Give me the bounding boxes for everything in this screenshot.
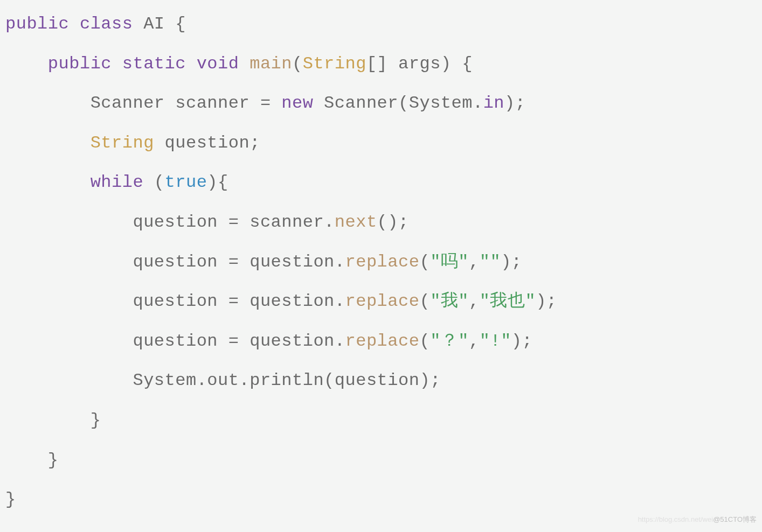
comma: , xyxy=(469,252,480,272)
code-line-10: System.out.println(question); xyxy=(5,361,757,401)
text: ); xyxy=(501,252,522,272)
code-line-2: public static void main(String[] args) { xyxy=(5,44,757,84)
indent xyxy=(5,54,48,74)
keyword-public: public xyxy=(48,54,112,74)
text: ); xyxy=(511,331,532,351)
type-string: String xyxy=(91,133,154,153)
text: Scanner scanner = xyxy=(91,93,282,113)
string-literal: "？" xyxy=(430,331,469,351)
code-line-5: while (true){ xyxy=(5,163,757,202)
text: question; xyxy=(154,133,260,153)
indent xyxy=(5,133,91,153)
indent xyxy=(5,291,133,311)
brace: } xyxy=(5,489,16,509)
brace: } xyxy=(91,410,101,430)
indent xyxy=(5,93,91,113)
text: question = question. xyxy=(133,291,345,311)
code-line-7: question = question.replace("吗",""); xyxy=(5,242,757,282)
code-line-8: question = question.replace("我","我也"); xyxy=(5,282,757,321)
indent xyxy=(5,252,133,272)
method-main: main xyxy=(250,54,292,74)
string-literal: "!" xyxy=(480,331,511,351)
text: question = question. xyxy=(133,252,345,272)
string-literal: "我" xyxy=(430,291,469,311)
keyword-public: public xyxy=(5,14,69,34)
method-replace: replace xyxy=(345,331,420,351)
field-in: in xyxy=(483,93,504,113)
literal-true: true xyxy=(165,172,207,192)
code-line-6: question = scanner.next(); xyxy=(5,202,757,242)
paren: ( xyxy=(419,331,430,351)
string-literal: "吗" xyxy=(430,252,469,272)
method-replace: replace xyxy=(345,291,420,311)
method-replace: replace xyxy=(345,252,420,272)
paren: ( xyxy=(143,172,164,192)
indent xyxy=(5,370,133,390)
code-line-9: question = question.replace("？","!"); xyxy=(5,321,757,361)
keyword-class: class xyxy=(80,14,133,34)
keyword-while: while xyxy=(91,172,144,192)
text: question = question. xyxy=(133,331,345,351)
string-literal: "" xyxy=(480,252,501,272)
code-line-4: String question; xyxy=(5,123,757,163)
type-string: String xyxy=(303,54,366,74)
brace: } xyxy=(48,450,59,470)
watermark-dark: @51CTO博客 xyxy=(713,515,757,523)
keyword-void: void xyxy=(197,54,239,74)
paren: ( xyxy=(419,291,430,311)
classname: AI xyxy=(143,14,164,34)
code-line-1: public class AI { xyxy=(5,4,757,44)
indent xyxy=(5,450,48,470)
comma: , xyxy=(469,291,480,311)
text: question = scanner. xyxy=(133,212,334,232)
indent xyxy=(5,331,133,351)
code-line-3: Scanner scanner = new Scanner(System.in)… xyxy=(5,83,757,123)
paren: ( xyxy=(292,54,303,74)
text: Scanner(System. xyxy=(313,93,483,113)
text: ){ xyxy=(207,172,228,192)
string-literal: "我也" xyxy=(480,291,536,311)
code-line-11: } xyxy=(5,401,757,440)
indent xyxy=(5,212,133,232)
watermark: https://blog.csdn.net/wei@51CTO博客 xyxy=(638,512,757,528)
code-block: public class AI { public static void mai… xyxy=(5,4,757,520)
text: ); xyxy=(504,93,525,113)
watermark-light: https://blog.csdn.net/wei xyxy=(638,515,713,523)
args: [] args) { xyxy=(366,54,473,74)
paren: ( xyxy=(419,252,430,272)
text: System.out.println(question); xyxy=(133,370,440,390)
text: ); xyxy=(536,291,557,311)
indent xyxy=(5,172,91,192)
comma: , xyxy=(469,331,480,351)
keyword-new: new xyxy=(281,93,313,113)
brace: { xyxy=(165,14,186,34)
keyword-static: static xyxy=(122,54,186,74)
text: (); xyxy=(377,212,409,232)
code-line-12: } xyxy=(5,440,757,480)
method-next: next xyxy=(335,212,377,232)
indent xyxy=(5,410,91,430)
